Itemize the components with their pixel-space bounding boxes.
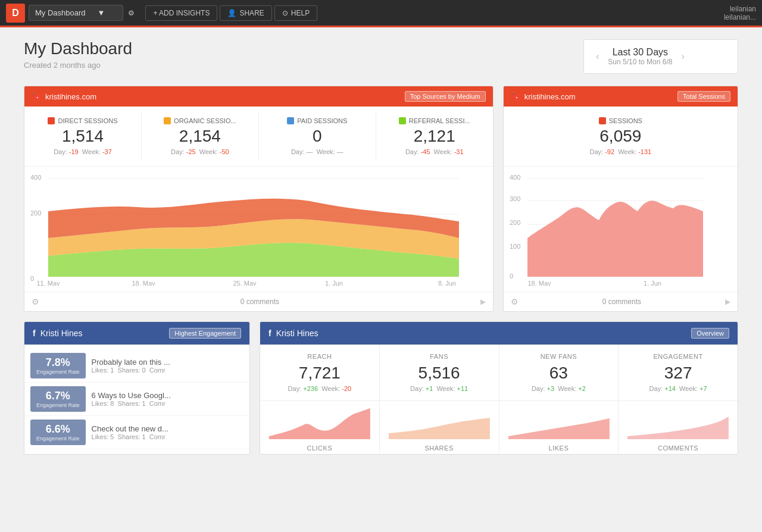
- help-icon: ⊙: [282, 9, 288, 17]
- svg-text:18. May: 18. May: [132, 280, 155, 286]
- share-button[interactable]: 👤 SHARE: [220, 5, 271, 21]
- direct-sessions-value: 1,514: [30, 127, 135, 146]
- svg-text:400: 400: [510, 174, 520, 181]
- engagement-item-text-1: Probably late on this ... Likes: 1 Share…: [92, 358, 170, 374]
- referral-sessions-label: REFERRAL SESSI...: [382, 117, 487, 124]
- page-title: My Dashboard: [24, 39, 132, 58]
- dashboard-selector[interactable]: My Dashboard ▼: [29, 5, 123, 21]
- fb-overview-badge: Overview: [691, 328, 729, 339]
- sessions-value: 6,059: [510, 127, 732, 146]
- likes-chart: [499, 403, 619, 439]
- add-insights-button[interactable]: + ADD INSIGHTS: [145, 5, 217, 21]
- prev-date-arrow[interactable]: ‹: [596, 51, 599, 62]
- engagement-title-2: 6 Ways to Use Googl...: [92, 391, 171, 400]
- fb-engagement-name: f Kristi Hines: [33, 328, 82, 338]
- sources-chart-area: 400 200 0 11. May 18. May 25.: [24, 167, 493, 292]
- direct-color: [48, 117, 55, 124]
- sessions-widget: 🔖 kristihines.com Total Sessions SESSION…: [503, 86, 738, 312]
- sessions-site-name: 🔖 kristihines.com: [511, 92, 576, 101]
- engagement-rate-value-2: 6.7%: [36, 390, 80, 402]
- paid-sessions-metric: PAID SESSIONS 0 Day: — Week: —: [259, 112, 376, 160]
- direct-sessions-label: DIRECT SESSIONS: [30, 117, 135, 124]
- engagement-rate-label-1: Engagement Rate: [36, 369, 80, 375]
- sources-flag-icon: ▶: [480, 298, 486, 306]
- engagement-rate-badge-1: 7.8% Engagement Rate: [30, 353, 86, 378]
- sources-site-name: 🔖 kristihines.com: [32, 92, 96, 101]
- engagement-rate-badge-3: 6.6% Engagement Rate: [30, 420, 86, 445]
- engagement-stats-1: Likes: 1 Shares: 0 Comr: [92, 367, 170, 374]
- date-range-picker[interactable]: ‹ Last 30 Days Sun 5/10 to Mon 6/8 ›: [583, 39, 738, 74]
- engagement-item-2: 6.7% Engagement Rate 6 Ways to Use Googl…: [24, 383, 249, 416]
- comments-label: COMMENTS: [619, 441, 738, 454]
- share-icon: 👤: [227, 9, 236, 17]
- engagement-deltas: Day: +14 Week: +7: [624, 385, 732, 392]
- new-fans-value: 63: [505, 364, 613, 383]
- fb-overview-name: f Kristi Hines: [268, 328, 318, 338]
- engagement-list: 7.8% Engagement Rate Probably late on th…: [24, 345, 249, 454]
- svg-text:11. May: 11. May: [36, 280, 60, 286]
- facebook-icon-2: f: [268, 328, 271, 338]
- fb-engagement-badge: Highest Engagement: [169, 328, 241, 339]
- engagement-item-3: 6.6% Engagement Rate Check out the new d…: [24, 416, 249, 449]
- shares-label: SHARES: [380, 441, 499, 454]
- sessions-deltas: Day: -92 Week: -131: [510, 148, 732, 155]
- paid-sessions-label: PAID SESSIONS: [265, 117, 370, 124]
- likes-label: LIKES: [499, 441, 619, 454]
- sources-badge: Top Sources by Medium: [405, 91, 486, 102]
- engagement-rate-value-3: 6.6%: [36, 423, 80, 436]
- shares-mini-chart: SHARES: [380, 401, 499, 454]
- direct-sessions-metric: DIRECT SESSIONS 1,514 Day: -19 Week: -37: [24, 112, 142, 160]
- comments-chart: [619, 403, 738, 439]
- paid-sessions-deltas: Day: — Week: —: [265, 148, 370, 155]
- svg-text:200: 200: [510, 219, 520, 226]
- engagement-item-1: 7.8% Engagement Rate Probably late on th…: [24, 349, 249, 383]
- reach-value: 7,721: [266, 364, 373, 383]
- svg-text:18. May: 18. May: [527, 280, 551, 286]
- sessions-metrics-row: SESSIONS 6,059 Day: -92 Week: -131: [504, 107, 738, 167]
- organic-sessions-value: 2,154: [148, 127, 252, 146]
- svg-text:400: 400: [30, 174, 41, 181]
- user-name: leilanian: [724, 5, 756, 13]
- fans-value: 5,516: [386, 364, 493, 383]
- date-range-label: Last 30 Days: [608, 47, 672, 58]
- direct-day-delta: -19: [69, 148, 79, 155]
- date-range-center: Last 30 Days Sun 5/10 to Mon 6/8: [608, 47, 672, 66]
- clicks-label: CLICKS: [260, 441, 379, 454]
- svg-text:8. Jun: 8. Jun: [438, 280, 456, 286]
- bookmark-icon-2: 🔖: [511, 92, 521, 101]
- new-fans-col: NEW FANS 63 Day: +3 Week: +2: [499, 345, 619, 400]
- help-button[interactable]: ⊙ HELP: [274, 5, 317, 21]
- organic-color: [164, 117, 171, 124]
- new-fans-deltas: Day: +3 Week: +2: [505, 385, 613, 392]
- bookmark-icon: 🔖: [32, 92, 42, 101]
- settings-button[interactable]: ⚙: [123, 6, 139, 20]
- topnav-actions: + ADD INSIGHTS 👤 SHARE ⊙ HELP: [145, 5, 317, 21]
- fb-overview-widget: f Kristi Hines Overview REACH 7,721 Day:…: [260, 321, 738, 455]
- svg-text:0: 0: [510, 273, 513, 280]
- sessions-label: SESSIONS: [510, 117, 732, 124]
- reach-deltas: Day: +236 Week: -20: [266, 385, 373, 392]
- overview-metrics: REACH 7,721 Day: +236 Week: -20 FANS 5,5…: [260, 345, 738, 400]
- svg-text:100: 100: [510, 243, 520, 250]
- fb-engagement-widget: f Kristi Hines Highest Engagement 7.8% E…: [24, 321, 250, 455]
- engagement-label: ENGAGEMENT: [624, 353, 732, 360]
- svg-text:25. May: 25. May: [233, 280, 257, 286]
- sessions-badge: Total Sessions: [677, 91, 730, 102]
- sessions-chart: 400 300 200 100 0 18. May 1. Jun: [510, 173, 709, 286]
- sessions-gear-button[interactable]: ⚙: [511, 297, 519, 306]
- fans-deltas: Day: +1 Week: +11: [386, 385, 493, 392]
- paid-sessions-value: 0: [265, 127, 370, 146]
- engagement-rate-label-2: Engagement Rate: [36, 402, 80, 408]
- page-subtitle: Created 2 months ago: [24, 61, 132, 70]
- sessions-comments: 0 comments: [602, 298, 641, 306]
- engagement-rate-label-3: Engagement Rate: [36, 436, 80, 442]
- referral-sessions-metric: REFERRAL SESSI... 2,121 Day: -45 Week: -…: [376, 112, 493, 160]
- sources-gear-button[interactable]: ⚙: [32, 297, 39, 306]
- engagement-item-text-3: Check out the new d... Likes: 5 Shares: …: [92, 424, 168, 440]
- reach-label: REACH: [266, 353, 373, 360]
- engagement-title-1: Probably late on this ...: [92, 358, 170, 367]
- dashboard-name: My Dashboard: [35, 8, 86, 17]
- fb-engagement-header: f Kristi Hines Highest Engagement: [24, 322, 249, 345]
- next-date-arrow[interactable]: ›: [681, 51, 684, 62]
- engagement-rate-value-1: 7.8%: [36, 356, 80, 369]
